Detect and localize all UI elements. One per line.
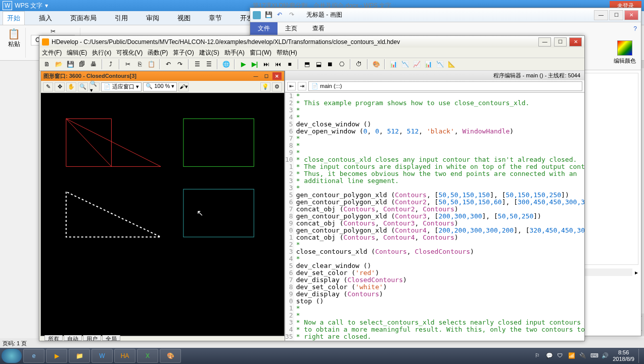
- undo-icon[interactable]: ↶: [277, 11, 285, 19]
- menu-help[interactable]: 帮助(H): [277, 49, 297, 57]
- run-icon[interactable]: ▶: [238, 59, 248, 69]
- step-over-icon[interactable]: ⏮: [273, 59, 283, 69]
- zoom-combo[interactable]: 🔍 100 % ▾: [143, 82, 177, 92]
- taskbar-explorer-icon[interactable]: 📁: [69, 349, 90, 363]
- start-button[interactable]: [2, 349, 22, 363]
- taskbar-media-icon[interactable]: ▶: [46, 349, 67, 363]
- chart3-icon[interactable]: 📈: [411, 59, 422, 69]
- show-desktop-button[interactable]: [638, 349, 642, 363]
- zoom-icon[interactable]: 🔍: [78, 82, 88, 92]
- new-icon[interactable]: 🗎: [42, 59, 52, 69]
- menu-file[interactable]: 文件(F): [42, 49, 62, 57]
- print-icon[interactable]: 🖶: [88, 59, 99, 69]
- nav-left-icon[interactable]: ⇤: [287, 82, 296, 90]
- step-icon[interactable]: ▶|: [250, 59, 260, 69]
- btab-global[interactable]: 全局: [102, 335, 120, 341]
- taskbar-ie-icon[interactable]: e: [23, 349, 44, 363]
- menu-assistant[interactable]: 助手(A): [224, 49, 245, 57]
- dropdown-icon[interactable]: ▾: [45, 2, 48, 9]
- tab-view[interactable]: 视图: [173, 12, 195, 25]
- tray-usb-icon[interactable]: 🔌: [579, 352, 586, 359]
- gfx-close-button[interactable]: ✕: [272, 72, 282, 80]
- list1-icon[interactable]: ☰: [192, 59, 202, 69]
- toggle2-icon[interactable]: ⬓: [313, 59, 324, 69]
- zoom-dropdown-icon[interactable]: 🔍▾: [89, 82, 100, 92]
- scroll-right-icon[interactable]: ▸: [632, 269, 640, 276]
- hand-icon[interactable]: ✋: [66, 82, 76, 92]
- menu-operator[interactable]: 算子(O): [173, 49, 194, 57]
- cut-icon[interactable]: ✂: [51, 28, 56, 35]
- tray-shield-icon[interactable]: 🛡: [557, 352, 564, 359]
- edit-colors-icon[interactable]: [617, 40, 632, 56]
- hdev-maximize-button[interactable]: ☐: [554, 37, 567, 47]
- tab-start[interactable]: 开始: [3, 11, 25, 25]
- paint-file-tab[interactable]: 文件: [250, 22, 278, 35]
- gfx-canvas[interactable]: ↖: [41, 93, 284, 336]
- btab-all[interactable]: 所有: [44, 335, 63, 341]
- saveas-icon[interactable]: 🗐: [77, 59, 87, 69]
- taskbar-paint-icon[interactable]: 🎨: [160, 349, 181, 363]
- menu-suggest[interactable]: 建议(S): [199, 49, 219, 57]
- nav-right-icon[interactable]: ⇥: [298, 82, 306, 90]
- save-icon[interactable]: 💾: [265, 11, 273, 19]
- tray-keyboard-icon[interactable]: ⌨: [590, 352, 597, 359]
- stop-icon[interactable]: ■: [285, 59, 295, 69]
- paint-home-tab[interactable]: 主页: [278, 22, 305, 35]
- chart2-icon[interactable]: 📉: [400, 59, 410, 69]
- menu-visualize[interactable]: 可视化(V): [116, 49, 143, 57]
- tray-flag-icon[interactable]: ⚐: [535, 352, 542, 359]
- fit-window-combo[interactable]: 📄 适应窗口 ▾: [101, 82, 142, 92]
- redo-icon[interactable]: ↷: [289, 11, 297, 19]
- taskbar-clock[interactable]: 8:56 2018/8/9: [613, 349, 634, 362]
- menu-execute[interactable]: 执行(x): [92, 49, 111, 57]
- toggle4-icon[interactable]: ⎔: [337, 59, 347, 69]
- pencil-icon[interactable]: ✎: [43, 82, 53, 92]
- paint-help-icon[interactable]: ?: [633, 25, 637, 32]
- palette-icon[interactable]: 🎨: [371, 59, 381, 69]
- taskbar-hdevelop-icon[interactable]: HA: [114, 349, 135, 363]
- meas-icon[interactable]: 📐: [446, 59, 456, 69]
- copy-icon[interactable]: ⎘: [134, 59, 145, 69]
- taskbar-wps-icon[interactable]: W: [91, 349, 113, 363]
- save-icon[interactable]: 💾: [65, 59, 75, 69]
- export-icon[interactable]: ⤴: [106, 59, 116, 69]
- tab-insert[interactable]: 插入: [35, 12, 56, 25]
- paste-icon[interactable]: 📋: [146, 59, 156, 69]
- undo-icon[interactable]: ↶: [163, 59, 173, 69]
- hdev-minimize-button[interactable]: —: [538, 37, 551, 47]
- step-into-icon[interactable]: ⏭: [261, 59, 271, 69]
- btab-auto[interactable]: 自动: [64, 335, 82, 341]
- btab-user[interactable]: 用户: [83, 335, 101, 341]
- tab-ref[interactable]: 引用: [111, 12, 132, 25]
- list2-icon[interactable]: ☰: [204, 59, 214, 69]
- toggle3-icon[interactable]: ⏹: [325, 59, 335, 69]
- cut-icon[interactable]: ✂: [123, 59, 133, 69]
- menu-window[interactable]: 窗口(W): [250, 49, 271, 57]
- paint-maximize-button[interactable]: ☐: [609, 10, 623, 20]
- menu-function[interactable]: 函数(P): [148, 49, 168, 57]
- globe-icon[interactable]: 🌐: [221, 59, 231, 69]
- pointer-move-icon[interactable]: ✥: [55, 82, 65, 92]
- tray-network-icon[interactable]: 📶: [568, 352, 575, 359]
- function-combo[interactable]: 📄 main (:::): [308, 81, 582, 91]
- open-icon[interactable]: 📂: [54, 59, 64, 69]
- gfx-maximize-button[interactable]: ☐: [262, 72, 271, 80]
- menu-edit[interactable]: 编辑(E): [67, 49, 87, 57]
- tray-chat-icon[interactable]: 💬: [546, 352, 553, 359]
- bulb-icon[interactable]: 💡: [260, 82, 270, 92]
- paste-icon[interactable]: 📋: [8, 28, 20, 40]
- tab-chapter[interactable]: 章节: [205, 12, 226, 25]
- gear-icon[interactable]: ⚙: [272, 82, 282, 92]
- chart5-icon[interactable]: 📉: [435, 59, 445, 69]
- paint-brush-icon[interactable]: 🖌▾: [178, 82, 189, 92]
- chart1-icon[interactable]: 📊: [388, 59, 398, 69]
- code-lines[interactable]: * * This example program shows how to us…: [294, 93, 584, 341]
- hdev-close-button[interactable]: ✕: [569, 37, 582, 47]
- toggle1-icon[interactable]: ⬒: [302, 59, 312, 69]
- taskbar-excel-icon[interactable]: X: [137, 349, 158, 363]
- tab-review[interactable]: 审阅: [142, 12, 163, 25]
- paint-minimize-button[interactable]: —: [594, 10, 608, 20]
- redo-icon[interactable]: ↷: [175, 59, 185, 69]
- gfx-minimize-button[interactable]: —: [251, 72, 260, 80]
- paint-close-button[interactable]: ✕: [624, 10, 638, 20]
